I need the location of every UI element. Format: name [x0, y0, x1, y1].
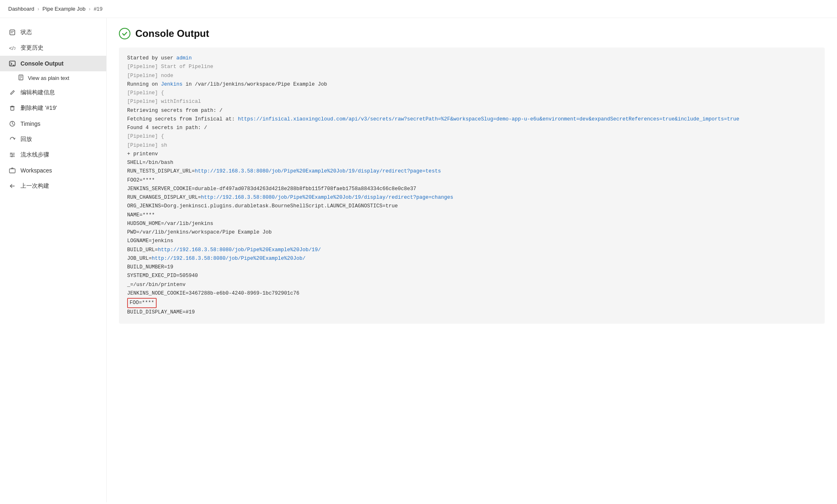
svg-rect-0	[10, 30, 15, 35]
sidebar-label-plain-text: View as plain text	[28, 75, 69, 81]
console-output: Started by user admin [Pipeline] Start o…	[119, 48, 825, 324]
sidebar-item-edit[interactable]: 编辑构建信息	[0, 85, 106, 100]
console-line: Running on Jenkins in /var/lib/jenkins/w…	[127, 80, 816, 89]
svg-point-17	[11, 156, 13, 157]
console-line: NAME=****	[127, 211, 816, 220]
console-line: BUILD_NUMBER=19	[127, 263, 816, 272]
page-title-row: Console Output	[119, 28, 825, 39]
sidebar-item-plain-text[interactable]: View as plain text	[0, 71, 106, 85]
console-line: PWD=/var/lib/jenkins/workspace/Pipe Exam…	[127, 228, 816, 237]
console-line: Found 4 secrets in path: /	[127, 124, 816, 132]
sidebar-item-delete[interactable]: 删除构建 '#19'	[0, 100, 106, 116]
sidebar-label-timings: Timings	[21, 120, 41, 127]
console-line: JENKINS_NODE_COOKIE=3467288b-e6b0-4240-8…	[127, 289, 816, 298]
breadcrumb-sep-2: ›	[89, 6, 90, 12]
console-line: Retrieving secrets from path: /	[127, 107, 816, 115]
svg-rect-18	[9, 169, 15, 173]
changes-icon: </>	[8, 44, 16, 52]
workspaces-icon	[8, 166, 16, 175]
console-line: [Pipeline] node	[127, 72, 816, 80]
sidebar-label-pipeline-steps: 流水线步骤	[21, 151, 49, 159]
sidebar-item-timings[interactable]: Timings	[0, 116, 106, 132]
sidebar-label-console: Console Output	[21, 60, 64, 67]
page-title: Console Output	[135, 28, 209, 39]
svg-rect-10	[11, 107, 14, 110]
console-link-tests[interactable]: http://192.168.3.58:8080/job/Pipe%20Exam…	[195, 168, 441, 174]
console-line: SYSTEMD_EXEC_PID=505940	[127, 272, 816, 280]
breadcrumb-job[interactable]: Pipe Example Job	[43, 6, 86, 12]
sidebar-item-replay[interactable]: 回放	[0, 132, 106, 147]
console-line: RUN_CHANGES_DISPLAY_URL=http://192.168.3…	[127, 193, 816, 202]
svg-text:</>: </>	[9, 45, 16, 51]
sidebar-item-prev-build[interactable]: 上一次构建	[0, 178, 106, 194]
sidebar-label-edit: 编辑构建信息	[21, 89, 55, 96]
console-line: Fetching secrets from Infisical at: http…	[127, 115, 816, 124]
console-line: ORG_JENKINS=Dorg.jenkinsci.plugins.durab…	[127, 202, 816, 211]
console-line: JENKINS_SERVER_COOKIE=durable-df497ad078…	[127, 185, 816, 193]
console-line: HUDSON_HOME=/var/lib/jenkins	[127, 220, 816, 228]
sidebar: 状态 </> 变更历史 Console Output View as plain…	[0, 18, 107, 502]
success-icon	[119, 28, 130, 39]
console-line: [Pipeline] {	[127, 89, 816, 98]
breadcrumb-dashboard[interactable]: Dashboard	[8, 6, 34, 12]
console-link-build-url[interactable]: http://192.168.3.58:8080/job/Pipe%20Exam…	[158, 247, 321, 253]
edit-icon	[8, 89, 16, 97]
sidebar-label-workspaces: Workspaces	[21, 167, 52, 174]
sidebar-label-prev-build: 上一次构建	[21, 182, 49, 190]
console-line-highlighted: FOO=****	[127, 298, 816, 308]
console-icon	[8, 59, 16, 68]
svg-point-15	[11, 153, 12, 154]
console-link-admin[interactable]: admin	[176, 55, 192, 61]
console-line: RUN_TESTS_DISPLAY_URL=http://192.168.3.5…	[127, 167, 816, 176]
delete-icon	[8, 104, 16, 112]
console-line: _=/usr/bin/printenv	[127, 281, 816, 289]
plain-text-icon	[18, 75, 24, 82]
console-line: BUILD_URL=http://192.168.3.58:8080/job/P…	[127, 246, 816, 254]
replay-icon	[8, 135, 16, 143]
sidebar-label-replay: 回放	[21, 136, 32, 143]
svg-point-16	[12, 154, 14, 156]
sidebar-item-status[interactable]: 状态	[0, 25, 106, 40]
prev-build-icon	[8, 182, 16, 190]
console-line: [Pipeline] sh	[127, 141, 816, 150]
console-link-changes[interactable]: http://192.168.3.58:8080/job/Pipe%20Exam…	[201, 195, 453, 200]
breadcrumb-build: #19	[94, 6, 103, 12]
sidebar-label-changes: 变更历史	[21, 44, 43, 52]
console-line: FOO2=****	[127, 176, 816, 185]
status-icon	[8, 28, 16, 36]
console-link-infisical[interactable]: https://infisical.xiaoxingcloud.com/api/…	[238, 116, 739, 122]
console-line: JOB_URL=http://192.168.3.58:8080/job/Pip…	[127, 254, 816, 263]
pipeline-steps-icon	[8, 151, 16, 159]
console-line: BUILD_DISPLAY_NAME=#19	[127, 308, 816, 317]
console-link-jenkins[interactable]: Jenkins	[161, 82, 183, 87]
sidebar-item-console[interactable]: Console Output	[0, 56, 106, 71]
sidebar-label-status: 状态	[21, 29, 32, 36]
sidebar-item-workspaces[interactable]: Workspaces	[0, 163, 106, 178]
console-line: SHELL=/bin/bash	[127, 159, 816, 167]
console-line: + printenv	[127, 150, 816, 159]
timings-icon	[8, 120, 16, 128]
main-content: Console Output Started by user admin [Pi…	[107, 18, 837, 502]
breadcrumb-sep-1: ›	[38, 6, 39, 12]
console-line: [Pipeline] {	[127, 132, 816, 141]
console-line: [Pipeline] withInfisical	[127, 98, 816, 106]
sidebar-item-changes[interactable]: </> 变更历史	[0, 40, 106, 56]
console-link-job-url[interactable]: http://192.168.3.58:8080/job/Pipe%20Exam…	[152, 256, 306, 261]
console-line: Started by user admin	[127, 54, 816, 63]
sidebar-item-pipeline-steps[interactable]: 流水线步骤	[0, 147, 106, 163]
console-line: [Pipeline] Start of Pipeline	[127, 63, 816, 71]
breadcrumb: Dashboard › Pipe Example Job › #19	[0, 0, 837, 18]
console-line: LOGNAME=jenkins	[127, 237, 816, 245]
highlighted-foo: FOO=****	[127, 298, 157, 308]
sidebar-label-delete: 删除构建 '#19'	[21, 104, 57, 112]
